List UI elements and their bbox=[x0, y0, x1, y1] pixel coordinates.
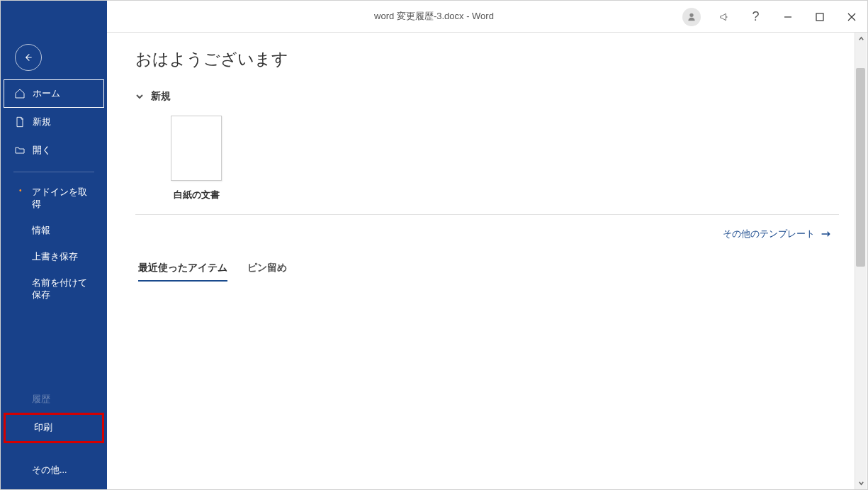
tab-pinned[interactable]: ピン留め bbox=[247, 262, 287, 282]
sidebar-spacer bbox=[1, 308, 107, 386]
sidebar-item-home[interactable]: ホーム bbox=[4, 79, 104, 108]
close-icon bbox=[847, 12, 857, 22]
scroll-thumb[interactable] bbox=[856, 68, 865, 267]
template-label: 白紙の文書 bbox=[174, 189, 220, 201]
chevron-down-icon bbox=[135, 92, 144, 101]
sidebar-item-label: 新規 bbox=[33, 116, 51, 128]
sidebar-item-print[interactable]: 印刷 bbox=[4, 413, 104, 443]
sidebar-item-save[interactable]: 上書き保存 bbox=[4, 244, 104, 270]
document-title: word 変更履歴-3.docx - Word bbox=[374, 10, 494, 23]
tab-label: ピン留め bbox=[247, 262, 287, 273]
folder-open-icon bbox=[14, 145, 26, 156]
window-controls: ? bbox=[682, 1, 867, 33]
caret-down-icon bbox=[858, 480, 864, 486]
help-button[interactable]: ? bbox=[740, 1, 772, 33]
caret-up-icon bbox=[858, 35, 864, 42]
sidebar-item-label: 上書き保存 bbox=[32, 252, 78, 262]
sidebar-item-get-addins[interactable]: アドインを取得 bbox=[4, 179, 104, 218]
person-icon bbox=[686, 11, 697, 23]
sidebar-item-label: 名前を付けて保存 bbox=[32, 278, 87, 300]
svg-rect-0 bbox=[816, 13, 823, 21]
back-button[interactable] bbox=[15, 44, 42, 71]
recent-tabs: 最近使ったアイテム ピン留め bbox=[138, 262, 839, 282]
tab-label: 最近使ったアイテム bbox=[138, 262, 227, 273]
sidebar-item-label: アドインを取得 bbox=[32, 187, 87, 209]
feedback-button[interactable] bbox=[708, 1, 740, 33]
arrow-left-icon bbox=[23, 52, 34, 63]
sidebar-item-save-as[interactable]: 名前を付けて保存 bbox=[4, 270, 104, 308]
document-icon bbox=[14, 116, 26, 128]
scroll-up-button[interactable] bbox=[855, 33, 867, 45]
tab-recent[interactable]: 最近使ったアイテム bbox=[138, 262, 227, 282]
greeting-heading: おはようございます bbox=[135, 48, 839, 70]
title-bar: word 変更履歴-3.docx - Word ? bbox=[1, 1, 867, 33]
main-panel: おはようございます 新規 白紙の文書 その他のテンプレート bbox=[107, 33, 867, 489]
divider bbox=[135, 214, 839, 215]
backstage-body: ホーム 新規 開く アドインを取得 情報 上書き保存 名前を付けて保存 bbox=[1, 33, 867, 489]
sidebar-spacer bbox=[1, 443, 107, 457]
sidebar-item-info[interactable]: 情報 bbox=[4, 218, 104, 244]
more-templates-link[interactable]: その他のテンプレート bbox=[135, 228, 839, 240]
vertical-scrollbar[interactable] bbox=[855, 33, 867, 489]
megaphone-icon bbox=[719, 12, 729, 22]
account-avatar[interactable] bbox=[682, 8, 701, 26]
sidebar-item-other[interactable]: その他... bbox=[4, 457, 104, 484]
sidebar-item-label: 印刷 bbox=[34, 423, 52, 433]
section-title: 新規 bbox=[151, 90, 171, 103]
sidebar-item-new[interactable]: 新規 bbox=[4, 108, 104, 136]
template-thumbnail bbox=[171, 116, 222, 181]
section-new-header[interactable]: 新規 bbox=[135, 90, 839, 103]
sidebar-item-label: 開く bbox=[33, 144, 51, 157]
sidebar-item-label: 履歴 bbox=[32, 394, 50, 404]
home-icon bbox=[14, 88, 26, 99]
sidebar-separator bbox=[13, 172, 94, 172]
sidebar-item-open[interactable]: 開く bbox=[4, 136, 104, 165]
word-backstage-window: word 変更履歴-3.docx - Word ? bbox=[0, 0, 868, 490]
close-button[interactable] bbox=[835, 1, 867, 33]
template-blank[interactable]: 白紙の文書 bbox=[171, 116, 222, 201]
sidebar: ホーム 新規 開く アドインを取得 情報 上書き保存 名前を付けて保存 bbox=[1, 33, 107, 489]
maximize-icon bbox=[815, 12, 825, 22]
sidebar-item-history: 履歴 bbox=[4, 386, 104, 413]
minimize-icon bbox=[783, 12, 793, 22]
template-list: 白紙の文書 bbox=[171, 116, 839, 201]
sidebar-item-label: ホーム bbox=[33, 87, 60, 100]
main-scroll: おはようございます 新規 白紙の文書 その他のテンプレート bbox=[107, 33, 867, 489]
minimize-button[interactable] bbox=[772, 1, 804, 33]
scroll-down-button[interactable] bbox=[855, 477, 867, 489]
maximize-button[interactable] bbox=[804, 1, 835, 33]
titlebar-sidebar-fill bbox=[1, 1, 107, 33]
link-label: その他のテンプレート bbox=[723, 228, 815, 240]
sidebar-item-label: 情報 bbox=[32, 225, 50, 235]
arrow-right-icon bbox=[821, 230, 832, 238]
sidebar-item-label: その他... bbox=[32, 465, 67, 475]
